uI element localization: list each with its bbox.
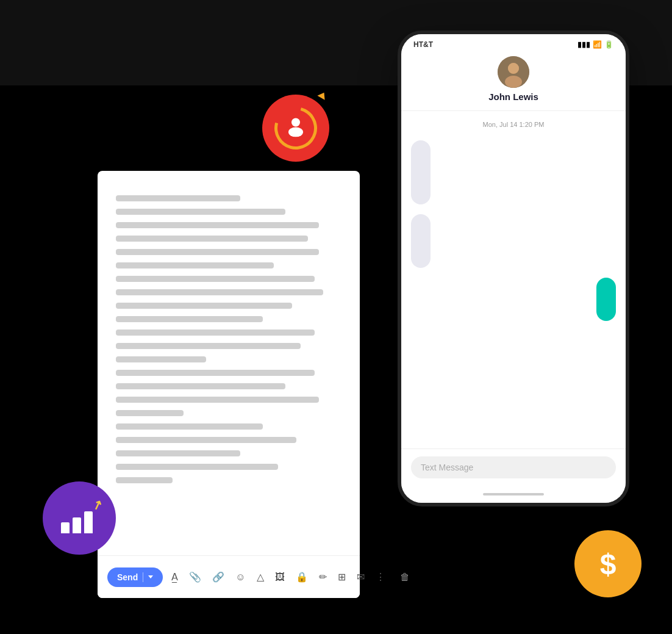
document: Send A̲ 📎 🔗 ☺ △ 🖼 🔒 ✏ ⊞ ✉ ⋮ 🗑: [98, 171, 360, 598]
doc-line: [116, 437, 296, 443]
phone-bottom-bar: [401, 486, 626, 503]
doc-line: [116, 383, 285, 389]
doc-line: [116, 289, 323, 295]
wifi-icon: 📶: [593, 40, 602, 49]
attachment-icon[interactable]: 📎: [187, 569, 204, 585]
carrier-label: HT&T: [413, 40, 433, 49]
send-label: Send: [117, 572, 138, 582]
svg-point-3: [508, 63, 519, 74]
doc-line: [116, 397, 319, 403]
dollar-icon: $: [574, 530, 642, 597]
message-bubble-outgoing: [596, 278, 616, 321]
message-date: Mon, Jul 14 1:20 PM: [411, 121, 616, 128]
doc-line: [116, 276, 315, 282]
message-bubble-incoming-1: [411, 140, 431, 204]
message-bubble-incoming-2: [411, 214, 431, 268]
doc-line: [116, 236, 308, 242]
home-indicator: [483, 493, 544, 495]
bar-1: [61, 522, 70, 533]
avatar: [498, 56, 529, 88]
doc-line: [116, 209, 285, 215]
svg-point-4: [291, 118, 300, 127]
growth-chart-icon: ↗: [43, 481, 116, 555]
doc-line: [116, 410, 184, 416]
person-icon: [285, 115, 307, 142]
chevron-down-icon: [148, 575, 153, 578]
bar-2: [73, 517, 81, 533]
doc-line: [116, 464, 278, 470]
document-toolbar: Send A̲ 📎 🔗 ☺ △ 🖼 🔒 ✏ ⊞ ✉ ⋮ 🗑: [98, 555, 360, 598]
messages-list: Mon, Jul 14 1:20 PM: [401, 111, 626, 448]
link-icon[interactable]: 🔗: [210, 569, 227, 585]
doc-line: [116, 477, 173, 483]
image-icon[interactable]: 🖼: [273, 569, 287, 585]
lock-icon[interactable]: 🔒: [293, 569, 310, 585]
doc-line: [116, 423, 263, 430]
phone-mockup: HT&T ▮▮▮ 📶 🔋 John Lewis Mon, Ju: [398, 31, 629, 506]
phone-status-bar: HT&T ▮▮▮ 📶 🔋: [401, 34, 626, 51]
doc-line: [116, 249, 319, 255]
svg-point-2: [505, 76, 522, 88]
doc-line: [116, 316, 263, 322]
doc-line: [116, 330, 315, 336]
battery-icon: 🔋: [604, 40, 613, 49]
doc-line: [116, 356, 206, 362]
doc-line: [116, 343, 301, 349]
phone-header: John Lewis: [401, 51, 626, 111]
text-message-input[interactable]: Text Message: [411, 456, 616, 478]
trash-icon[interactable]: 🗑: [400, 572, 410, 583]
doc-line: [116, 303, 292, 309]
phone-content: HT&T ▮▮▮ 📶 🔋 John Lewis Mon, Ju: [401, 34, 626, 503]
doc-line: [116, 222, 319, 228]
send-chevron-divider: [143, 572, 143, 582]
svg-point-5: [288, 128, 303, 137]
doc-line: [116, 370, 315, 376]
document-lines: [116, 195, 341, 483]
refresh-arrow-head: [317, 90, 327, 100]
signal-icon: ▮▮▮: [577, 40, 590, 49]
emoji-icon[interactable]: ☺: [233, 569, 248, 585]
pencil-icon[interactable]: ✏: [316, 569, 329, 585]
triangle-icon[interactable]: △: [254, 569, 266, 585]
doc-line: [116, 450, 240, 456]
table-icon[interactable]: ⊞: [335, 569, 348, 585]
text-format-icon[interactable]: A̲: [169, 569, 181, 585]
status-icons: ▮▮▮ 📶 🔋: [577, 40, 613, 49]
dollar-sign: $: [600, 547, 617, 581]
send-button[interactable]: Send: [107, 567, 163, 587]
contact-name: John Lewis: [488, 92, 538, 102]
bar-3: [84, 511, 93, 533]
contact-refresh-icon: [262, 95, 329, 162]
more-icon[interactable]: ⋮: [373, 569, 388, 585]
envelope-icon[interactable]: ✉: [354, 569, 367, 585]
doc-line: [116, 195, 240, 201]
text-placeholder: Text Message: [421, 463, 473, 472]
doc-line: [116, 262, 274, 268]
outgoing-message-wrap: [411, 278, 616, 321]
text-input-area: Text Message: [401, 448, 626, 486]
